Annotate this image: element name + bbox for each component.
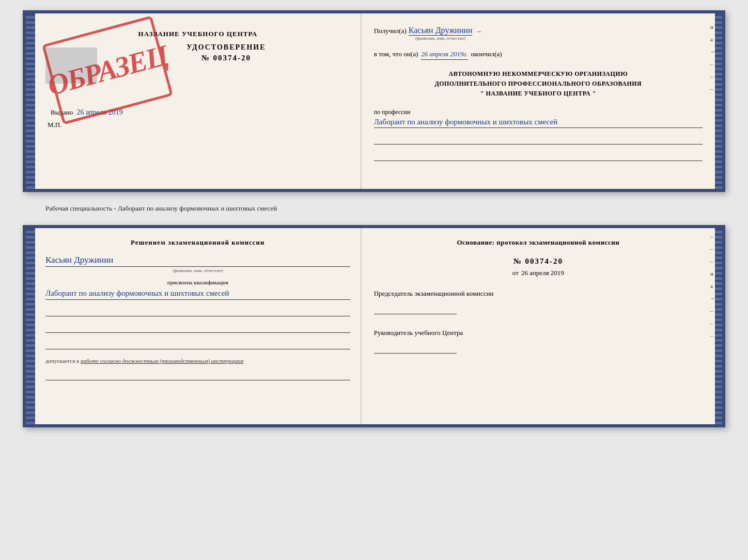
chairman-label: Председатель экзаменационной комиссии [374,290,703,298]
bmark-d2: – [710,246,716,252]
bottom-document: Решением экзаменационной комиссии Касьян… [23,225,725,427]
mp-label: М.П. [48,121,350,129]
head-signature [374,341,457,354]
qualification-text: Лаборант по анализу формовочных и шихтов… [45,287,350,300]
mark-dash2: – [710,73,716,79]
bmark-a: а [710,283,716,289]
name-container: Касьян Дружинин (фамилия, имя, отчество) [45,255,350,273]
photo-placeholder [45,47,97,84]
protocol-number: № 00374-20 [374,257,703,266]
допускается-underline: работе согласно должностным (производств… [81,358,243,364]
cert-number: № 00374-20 [102,54,350,62]
bottom-name: Касьян Дружинин [45,255,350,267]
org-line3: " НАЗВАНИЕ УЧЕБНОГО ЦЕНТРА " [374,89,703,99]
received-label: Получил(а) [374,27,407,35]
top-document: НАЗВАНИЕ УЧЕБНОГО ЦЕНТРА УДОСТОВЕРЕНИЕ №… [23,10,725,192]
underline-b4 [45,371,350,380]
spine-left-bottom [26,228,35,424]
chairman-block: Председатель экзаменационной комиссии [374,290,703,314]
head-block: Руководитель учебного Центра [374,329,703,354]
issued-line: Выдано 26 апреля 2019 [51,108,350,117]
mark-arrow: ← [710,49,716,55]
chairman-signature [374,302,457,314]
org-line2: ДОПОЛНИТЕЛЬНОГО ПРОФЕССИОНАЛЬНОГО ОБРАЗО… [374,79,703,89]
decision-title: Решением экзаменационной комиссии [45,238,350,247]
qualification-label: присвоена квалификация [45,279,350,285]
допускается-label: допускается к [45,358,79,364]
bmark-d1: – [710,233,716,239]
bmark-i: и [710,270,716,277]
org-line1: АВТОНОМНУЮ НЕКОММЕРЧЕСКУЮ ОРГАНИЗАЦИЮ [374,69,703,79]
bmark-d6: – [710,332,716,339]
side-marks-bottom: – – – и а ← – – – [710,233,716,339]
underline2 [374,152,703,161]
underline-b3 [45,340,350,349]
completed-label: окончил(а) [471,50,502,58]
in-that-label: в том, что он(а) [374,50,418,58]
cert-label: УДОСТОВЕРЕНИЕ [102,43,350,52]
bmark-arrow: ← [710,295,716,301]
bmark-d4: – [710,308,716,314]
spine-left-top [26,13,35,189]
head-label: Руководитель учебного Центра [374,329,703,337]
completed-date: 26 апреля 2019г. [421,50,467,60]
bmark-d5: – [710,320,716,326]
bottom-doc-left: Решением экзаменационной комиссии Касьян… [35,228,362,424]
side-marks-top: и а ← – – – [710,24,716,92]
underline-b1 [45,307,350,316]
received-sublabel: (фамилия, имя, отчество) [415,36,465,41]
date-from-label: от [512,269,519,277]
допускается-line: допускается к работе согласно должностны… [45,358,350,364]
top-doc-right: Получил(а) Касьян Дружинин (фамилия, имя… [362,13,715,189]
mark-i: и [710,24,716,30]
top-doc-left: НАЗВАНИЕ УЧЕБНОГО ЦЕНТРА УДОСТОВЕРЕНИЕ №… [35,13,362,189]
dash1: – [477,27,481,35]
profession-label: по профессии [374,108,411,116]
separator-row: Рабочая специальность - Лаборант по анал… [23,200,725,217]
mark-dash1: – [710,61,716,67]
org-block: АВТОНОМНУЮ НЕКОММЕРЧЕСКУЮ ОРГАНИЗАЦИЮ ДО… [374,69,703,99]
bmark-d3: – [710,258,716,264]
profession-handwritten: Лаборант по анализу формовочных и шихтов… [374,116,703,129]
underline1 [374,135,703,145]
name-sublabel: (фамилия, имя, отчество) [45,268,350,273]
received-name: Касьян Дружинин [409,26,473,36]
profession-block: по профессии Лаборант по анализу формово… [374,108,703,129]
mark-dash3: – [710,86,716,92]
basis-label: Основание: протокол экзаменационной коми… [374,238,703,247]
spine-right-top [715,13,722,189]
bottom-doc-right: Основание: протокол экзаменационной коми… [362,228,715,424]
spine-right-bottom [715,228,722,424]
date-line: в том, что он(а) 26 апреля 2019г. окончи… [374,50,703,60]
date-value: 26 апреля 2019 [521,269,564,277]
issued-label: Выдано [51,108,73,116]
separator-text: Рабочая специальность - Лаборант по анал… [45,200,277,217]
issued-date: 26 апреля 2019 [77,108,123,116]
underline-b2 [45,324,350,333]
received-line: Получил(а) Касьян Дружинин (фамилия, имя… [374,26,703,41]
mark-a: а [710,36,716,42]
protocol-date: от 26 апреля 2019 [374,269,703,277]
cert-title: НАЗВАНИЕ УЧЕБНОГО ЦЕНТРА [45,30,350,38]
